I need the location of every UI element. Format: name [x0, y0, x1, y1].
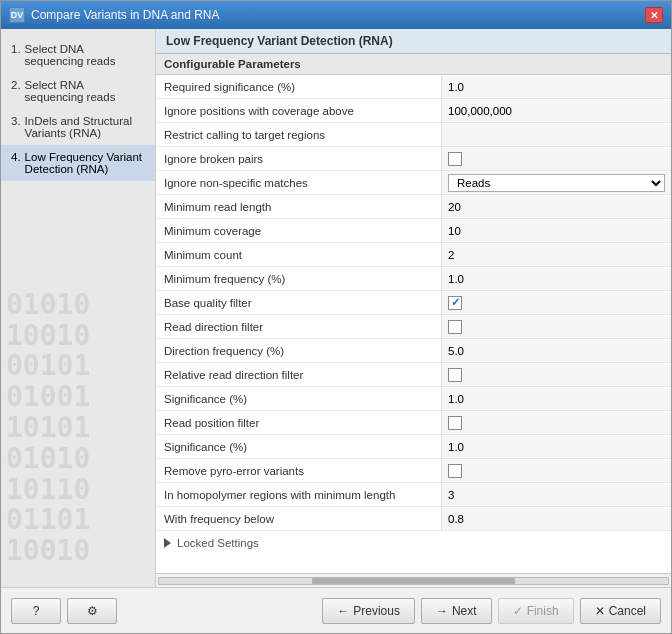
next-arrow-icon: →	[436, 604, 448, 618]
sidebar-item-2-num: 2.	[11, 79, 21, 103]
param-value-14[interactable]	[441, 412, 671, 434]
param-label-13: Significance (%)	[156, 390, 441, 408]
param-value-6[interactable]	[441, 220, 671, 242]
checkbox-10[interactable]	[448, 320, 462, 334]
section-header: Configurable Parameters	[156, 54, 671, 75]
param-row-10: Read direction filter	[156, 315, 671, 339]
finish-button[interactable]: ✓ Finish	[498, 598, 574, 624]
param-label-9: Base quality filter	[156, 294, 441, 312]
param-row-4: Ignore non-specific matches Reads	[156, 171, 671, 195]
horizontal-scrollbar[interactable]	[156, 573, 671, 587]
param-row-5: Minimum read length	[156, 195, 671, 219]
prev-arrow-icon: ←	[337, 604, 349, 618]
previous-button[interactable]: ← Previous	[322, 598, 415, 624]
help-button[interactable]: ?	[11, 598, 61, 624]
checkbox-3[interactable]	[448, 152, 462, 166]
param-row-17: In homopolymer regions with minimum leng…	[156, 483, 671, 507]
locked-settings-label: Locked Settings	[177, 537, 259, 549]
param-value-13[interactable]	[441, 388, 671, 410]
param-input-17[interactable]	[448, 489, 665, 501]
param-value-18[interactable]	[441, 508, 671, 530]
window-title: Compare Variants in DNA and RNA	[31, 8, 220, 22]
param-label-15: Significance (%)	[156, 438, 441, 456]
param-input-5[interactable]	[448, 201, 665, 213]
param-input-1[interactable]	[448, 105, 665, 117]
sidebar-item-4-label: Low Frequency Variant Detection (RNA)	[25, 151, 145, 175]
param-value-17[interactable]	[441, 484, 671, 506]
panel-content: Configurable Parameters Required signifi…	[156, 54, 671, 573]
param-input-13[interactable]	[448, 393, 665, 405]
param-label-11: Direction frequency (%)	[156, 342, 441, 360]
param-label-18: With frequency below	[156, 510, 441, 528]
panel-header: Low Frequency Variant Detection (RNA)	[156, 29, 671, 54]
param-label-12: Relative read direction filter	[156, 366, 441, 384]
sidebar-item-3[interactable]: 3. InDels and Structural Variants (RNA)	[1, 109, 155, 145]
param-value-11[interactable]	[441, 340, 671, 362]
title-bar-left: DV Compare Variants in DNA and RNA	[9, 7, 220, 23]
scrollbar-track[interactable]	[158, 577, 669, 585]
param-input-18[interactable]	[448, 513, 665, 525]
param-row-18: With frequency below	[156, 507, 671, 531]
checkbox-9[interactable]	[448, 296, 462, 310]
param-value-15[interactable]	[441, 436, 671, 458]
param-row-7: Minimum count	[156, 243, 671, 267]
param-input-0[interactable]	[448, 81, 665, 93]
param-label-8: Minimum frequency (%)	[156, 270, 441, 288]
param-input-15[interactable]	[448, 441, 665, 453]
sidebar-item-2-label: Select RNA sequencing reads	[25, 79, 145, 103]
param-value-5[interactable]	[441, 196, 671, 218]
footer-left: ? ⚙	[11, 598, 117, 624]
param-value-16[interactable]	[441, 460, 671, 482]
param-row-11: Direction frequency (%)	[156, 339, 671, 363]
footer-right: ← Previous → Next ✓ Finish ✕ Cancel	[322, 598, 661, 624]
expand-icon	[164, 538, 171, 548]
sidebar-item-1-label: Select DNA sequencing reads	[25, 43, 145, 67]
param-row-13: Significance (%)	[156, 387, 671, 411]
locked-settings[interactable]: Locked Settings	[156, 531, 671, 555]
param-row-9: Base quality filter	[156, 291, 671, 315]
param-label-6: Minimum coverage	[156, 222, 441, 240]
param-value-8[interactable]	[441, 268, 671, 290]
param-value-1[interactable]	[441, 100, 671, 122]
param-row-3: Ignore broken pairs	[156, 147, 671, 171]
param-value-2[interactable]	[441, 124, 671, 146]
sidebar-item-4[interactable]: 4. Low Frequency Variant Detection (RNA)	[1, 145, 155, 181]
param-label-3: Ignore broken pairs	[156, 150, 441, 168]
checkbox-14[interactable]	[448, 416, 462, 430]
content-area: 1. Select DNA sequencing reads 2. Select…	[1, 29, 671, 587]
settings-button[interactable]: ⚙	[67, 598, 117, 624]
param-value-12[interactable]	[441, 364, 671, 386]
param-dropdown-4[interactable]: Reads	[448, 174, 665, 192]
next-button[interactable]: → Next	[421, 598, 492, 624]
main-panel: Low Frequency Variant Detection (RNA) Co…	[156, 29, 671, 587]
sidebar-item-3-num: 3.	[11, 115, 21, 139]
param-input-6[interactable]	[448, 225, 665, 237]
next-label: Next	[452, 604, 477, 618]
param-value-4[interactable]: Reads	[441, 172, 671, 194]
checkbox-12[interactable]	[448, 368, 462, 382]
sidebar-item-1-num: 1.	[11, 43, 21, 67]
param-row-12: Relative read direction filter	[156, 363, 671, 387]
param-input-8[interactable]	[448, 273, 665, 285]
sidebar-item-1[interactable]: 1. Select DNA sequencing reads	[1, 37, 155, 73]
cancel-button[interactable]: ✕ Cancel	[580, 598, 661, 624]
param-value-3[interactable]	[441, 148, 671, 170]
param-label-16: Remove pyro-error variants	[156, 462, 441, 480]
param-value-10[interactable]	[441, 316, 671, 338]
sidebar-item-2[interactable]: 2. Select RNA sequencing reads	[1, 73, 155, 109]
param-row-14: Read position filter	[156, 411, 671, 435]
param-row-1: Ignore positions with coverage above	[156, 99, 671, 123]
param-input-2[interactable]	[448, 129, 665, 141]
scrollbar-thumb[interactable]	[312, 578, 516, 584]
checkbox-16[interactable]	[448, 464, 462, 478]
close-button[interactable]: ✕	[645, 7, 663, 23]
param-value-0[interactable]	[441, 76, 671, 98]
param-input-7[interactable]	[448, 249, 665, 261]
param-row-8: Minimum frequency (%)	[156, 267, 671, 291]
param-value-7[interactable]	[441, 244, 671, 266]
param-value-9[interactable]	[441, 292, 671, 314]
param-label-2: Restrict calling to target regions	[156, 126, 441, 144]
param-row-0: Required significance (%)	[156, 75, 671, 99]
param-input-11[interactable]	[448, 345, 665, 357]
param-row-6: Minimum coverage	[156, 219, 671, 243]
